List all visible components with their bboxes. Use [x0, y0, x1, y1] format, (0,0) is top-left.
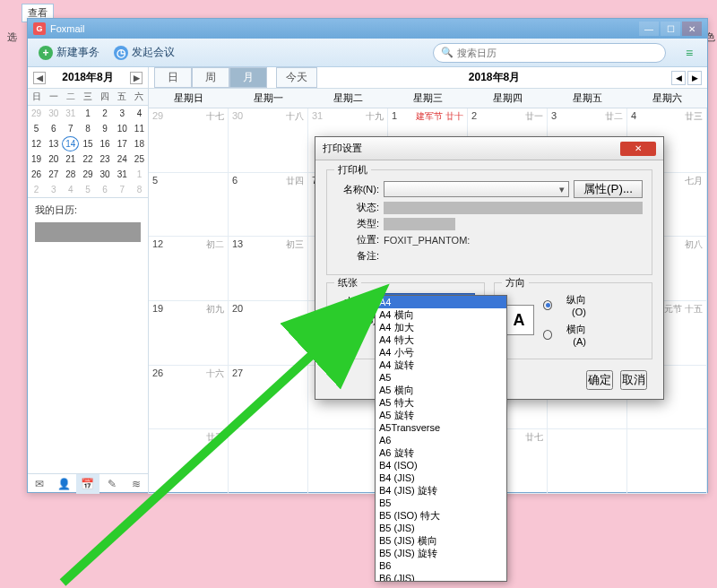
printer-name-select[interactable] [384, 181, 569, 197]
mini-day-cell[interactable]: 23 [97, 151, 114, 167]
month-day-cell[interactable] [627, 429, 707, 494]
mini-day-cell[interactable]: 7 [114, 182, 131, 197]
menu-button[interactable]: ≡ [678, 43, 700, 63]
mini-day-cell[interactable]: 1 [131, 167, 148, 182]
month-day-cell[interactable]: 12初二 [149, 237, 229, 301]
dropdown-option[interactable]: B4 (ISO) [376, 459, 506, 471]
mini-day-cell[interactable]: 14 [62, 136, 79, 151]
mini-day-cell[interactable]: 13 [45, 136, 62, 151]
mini-day-cell[interactable]: 8 [131, 182, 148, 197]
mini-day-cell[interactable]: 22 [79, 151, 96, 167]
maximize-button[interactable]: ☐ [661, 22, 680, 36]
mini-day-cell[interactable]: 4 [62, 182, 79, 197]
sidebar-tab-notes-icon[interactable]: ✎ [99, 474, 124, 494]
mini-day-cell[interactable]: 10 [114, 121, 131, 136]
dropdown-option[interactable]: B4 (JIS) [376, 471, 506, 484]
mini-day-cell[interactable]: 31 [114, 167, 131, 182]
mini-day-cell[interactable]: 5 [28, 121, 45, 136]
dropdown-option[interactable]: A6 旋转 [376, 446, 506, 459]
new-meeting-button[interactable]: ◷发起会议 [110, 43, 178, 62]
mini-day-cell[interactable]: 31 [62, 106, 79, 121]
mini-day-cell[interactable]: 5 [79, 182, 96, 197]
month-day-cell[interactable]: 5 [149, 173, 229, 238]
close-button[interactable]: ✕ [682, 22, 702, 36]
landscape-radio[interactable]: 横向(A) [543, 323, 586, 347]
cancel-button[interactable]: 取消 [620, 370, 647, 390]
dropdown-option[interactable]: B6 [376, 559, 506, 572]
dropdown-option[interactable]: A4 特大 [376, 333, 506, 346]
mini-day-cell[interactable]: 21 [62, 151, 79, 167]
month-day-cell[interactable]: 13初三 [229, 237, 308, 301]
mini-day-cell[interactable]: 24 [114, 151, 131, 167]
mini-day-cell[interactable]: 12 [28, 136, 45, 151]
search-input[interactable] [457, 48, 658, 58]
ok-button[interactable]: 确定 [586, 370, 613, 390]
mini-day-cell[interactable]: 25 [131, 151, 148, 167]
mini-day-cell[interactable]: 20 [45, 151, 62, 167]
sidebar-tab-rss-icon[interactable]: ≋ [124, 474, 148, 494]
dropdown-option[interactable]: A5Transverse [376, 421, 506, 434]
dialog-close-button[interactable]: ✕ [620, 142, 656, 156]
month-day-cell[interactable]: 20 [229, 301, 308, 366]
mini-day-cell[interactable]: 8 [79, 121, 96, 136]
month-day-cell[interactable]: 6廿四 [229, 173, 308, 238]
mini-day-cell[interactable]: 9 [97, 121, 114, 136]
month-day-cell[interactable]: 26十六 [149, 366, 229, 430]
mini-day-cell[interactable]: 6 [97, 182, 114, 197]
mini-day-cell[interactable]: 29 [28, 106, 45, 121]
mini-day-cell[interactable]: 7 [62, 121, 79, 136]
mini-day-cell[interactable]: 2 [97, 106, 114, 121]
search-box[interactable]: 🔍 [433, 43, 666, 63]
mini-day-cell[interactable]: 17 [114, 136, 131, 151]
mini-day-cell[interactable]: 28 [62, 167, 79, 182]
dropdown-option[interactable]: B5 (JIS) 横向 [376, 534, 506, 547]
today-button[interactable]: 今天 [276, 67, 317, 88]
sidebar-tab-contacts-icon[interactable]: 👤 [52, 474, 76, 494]
month-day-cell[interactable] [548, 429, 627, 494]
dropdown-option[interactable]: A4 加大 [376, 321, 506, 333]
mini-day-cell[interactable]: 27 [45, 167, 62, 182]
view-day-tab[interactable]: 日 [154, 67, 192, 88]
dropdown-option[interactable]: B5 [376, 497, 506, 509]
main-prev-button[interactable]: ◀ [671, 71, 686, 85]
mini-day-cell[interactable]: 19 [28, 151, 45, 167]
mini-day-cell[interactable]: 1 [79, 106, 96, 121]
dropdown-option[interactable]: A4 旋转 [376, 359, 506, 371]
dropdown-option[interactable]: A4 小号 [376, 346, 506, 359]
mini-day-cell[interactable]: 26 [28, 167, 45, 182]
dropdown-option[interactable]: B5 (JIS) 旋转 [376, 547, 506, 559]
sidebar-tab-mail-icon[interactable]: ✉ [28, 474, 52, 494]
mini-day-cell[interactable]: 2 [28, 182, 45, 197]
month-day-cell[interactable]: 30十八 [229, 108, 308, 173]
mini-prev-button[interactable]: ◀ [33, 72, 46, 84]
calendar-color-block[interactable] [35, 222, 141, 242]
mini-day-cell[interactable]: 3 [114, 106, 131, 121]
mini-day-cell[interactable]: 4 [131, 106, 148, 121]
dropdown-option[interactable]: A5 旋转 [376, 409, 506, 421]
month-day-cell[interactable]: 廿三 [149, 429, 229, 494]
dropdown-option[interactable]: B5 (JIS) [376, 522, 506, 534]
properties-button[interactable]: 属性(P)... [574, 180, 643, 198]
dropdown-option[interactable]: A5 横向 [376, 384, 506, 396]
dropdown-option[interactable]: B4 (JIS) 旋转 [376, 484, 506, 497]
dropdown-option[interactable]: B5 (ISO) 特大 [376, 509, 506, 522]
mini-day-cell[interactable]: 11 [131, 121, 148, 136]
new-task-button[interactable]: +新建事务 [35, 43, 103, 62]
mini-day-cell[interactable]: 30 [97, 167, 114, 182]
month-day-cell[interactable]: 27 [229, 366, 308, 430]
main-next-button[interactable]: ▶ [687, 71, 702, 85]
mini-day-cell[interactable]: 6 [45, 121, 62, 136]
view-month-tab[interactable]: 月 [229, 67, 267, 88]
view-week-tab[interactable]: 周 [192, 67, 229, 88]
mini-day-cell[interactable]: 16 [97, 136, 114, 151]
dropdown-option[interactable]: A4 [376, 296, 506, 308]
mini-next-button[interactable]: ▶ [130, 72, 143, 84]
dropdown-option[interactable]: A5 [376, 371, 506, 384]
mini-day-cell[interactable]: 15 [79, 136, 96, 151]
paper-size-dropdown[interactable]: A4A4 横向A4 加大A4 特大A4 小号A4 旋转A5A5 横向A5 特大A… [375, 295, 507, 582]
mini-day-cell[interactable]: 29 [79, 167, 96, 182]
mini-day-cell[interactable]: 18 [131, 136, 148, 151]
mini-day-cell[interactable]: 30 [45, 106, 62, 121]
dropdown-option[interactable]: A4 横向 [376, 308, 506, 321]
dropdown-option[interactable]: A6 [376, 434, 506, 446]
